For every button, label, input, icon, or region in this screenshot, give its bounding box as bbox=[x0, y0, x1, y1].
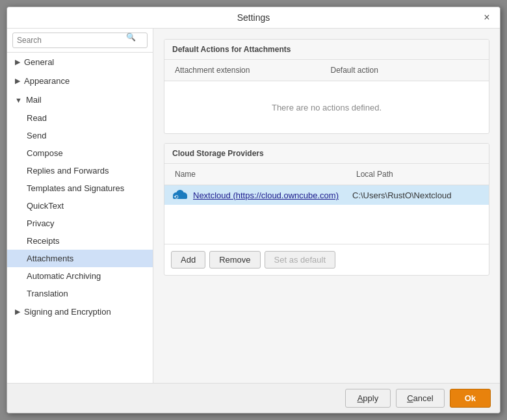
cloud-table-header: Name Local Path bbox=[164, 164, 489, 185]
sidebar-item-appearance[interactable]: ▶ Appearance bbox=[7, 72, 153, 90]
chevron-right-icon: ▶ bbox=[15, 58, 20, 66]
sidebar-item-compose-label: Compose bbox=[27, 148, 63, 158]
sidebar-item-translation-label: Translation bbox=[27, 289, 68, 298]
ok-button[interactable]: Ok bbox=[450, 389, 491, 408]
cloud-section-title: Cloud Storage Providers bbox=[164, 144, 489, 164]
cloud-provider-icon: ⟲ bbox=[171, 189, 189, 202]
sidebar-item-automatic-archiving-label: Automatic Archiving bbox=[27, 271, 101, 281]
cloud-buttons: Add Remove Set as default bbox=[164, 244, 489, 275]
sidebar-item-quicktext-label: QuickText bbox=[27, 201, 64, 211]
cloud-provider-local-path: C:\Users\RustO\Nextcloud bbox=[352, 190, 482, 200]
sidebar-item-general-label: General bbox=[24, 57, 54, 67]
sidebar-item-compose[interactable]: Compose bbox=[7, 144, 153, 162]
dialog-footer: Apply Cancel Ok bbox=[7, 383, 500, 413]
sidebar-item-templates-signatures-label: Templates and Signatures bbox=[27, 183, 124, 193]
sidebar-item-send-label: Send bbox=[27, 131, 46, 140]
sidebar-item-templates-signatures[interactable]: Templates and Signatures bbox=[7, 179, 153, 197]
close-button[interactable]: × bbox=[480, 11, 493, 24]
sidebar-item-automatic-archiving[interactable]: Automatic Archiving bbox=[7, 267, 153, 285]
chevron-right-icon: ▶ bbox=[15, 77, 20, 85]
set-as-default-button[interactable]: Set as default bbox=[265, 251, 336, 269]
sidebar-item-read-label: Read bbox=[27, 113, 47, 123]
settings-dialog: Settings × 🔍 ▶ General ▶ Appearance bbox=[6, 7, 500, 413]
sidebar-item-signing-encryption[interactable]: ▶ Signing and Encryption bbox=[7, 302, 153, 321]
main-content: Default Actions for Attachments Attachme… bbox=[153, 29, 500, 383]
sidebar-item-replies-forwards[interactable]: Replies and Forwards bbox=[7, 162, 153, 179]
sidebar-item-privacy[interactable]: Privacy bbox=[7, 215, 153, 232]
sidebar: 🔍 ▶ General ▶ Appearance ▼ Mail Read bbox=[7, 29, 153, 383]
search-wrapper: 🔍 bbox=[12, 33, 148, 48]
add-button[interactable]: Add bbox=[171, 251, 205, 269]
default-action-col-header: Default action bbox=[327, 63, 483, 77]
sidebar-item-attachments-label: Attachments bbox=[27, 254, 73, 263]
sidebar-item-translation[interactable]: Translation bbox=[7, 285, 153, 302]
cloud-table-empty-space bbox=[164, 205, 489, 244]
sidebar-item-send[interactable]: Send bbox=[7, 127, 153, 144]
sidebar-item-signing-encryption-label: Signing and Encryption bbox=[24, 307, 111, 317]
attachments-section: Default Actions for Attachments Attachme… bbox=[164, 39, 489, 134]
sidebar-item-quicktext[interactable]: QuickText bbox=[7, 197, 153, 215]
sidebar-item-appearance-label: Appearance bbox=[24, 76, 70, 86]
apply-label: Apply bbox=[358, 393, 379, 403]
sidebar-item-attachments[interactable]: Attachments bbox=[7, 250, 153, 267]
sidebar-item-receipts-label: Receipts bbox=[27, 236, 60, 246]
svg-text:⟲: ⟲ bbox=[174, 194, 179, 200]
remove-button[interactable]: Remove bbox=[209, 251, 260, 269]
cloud-provider-row[interactable]: ⟲ Nextcloud (https://cloud.owncube.com) … bbox=[164, 185, 489, 205]
sidebar-item-mail[interactable]: ▼ Mail bbox=[7, 90, 153, 109]
sidebar-item-privacy-label: Privacy bbox=[27, 218, 55, 228]
name-col-header: Name bbox=[171, 167, 352, 181]
cancel-label: Cancel bbox=[407, 393, 433, 403]
sidebar-item-read[interactable]: Read bbox=[7, 109, 153, 127]
attachments-empty-message: There are no actions defined. bbox=[164, 81, 489, 133]
sidebar-item-replies-forwards-label: Replies and Forwards bbox=[27, 166, 109, 176]
attachments-table-header: Attachment extension Default action bbox=[164, 60, 489, 81]
cloud-provider-name: Nextcloud (https://cloud.owncube.com) bbox=[193, 190, 352, 200]
chevron-down-icon: ▼ bbox=[15, 96, 22, 104]
sidebar-item-mail-label: Mail bbox=[26, 95, 42, 105]
attachment-ext-col-header: Attachment extension bbox=[171, 63, 327, 77]
title-bar: Settings × bbox=[7, 7, 500, 29]
apply-button[interactable]: Apply bbox=[345, 389, 391, 408]
chevron-right-icon: ▶ bbox=[15, 308, 20, 316]
dialog-body: 🔍 ▶ General ▶ Appearance ▼ Mail Read bbox=[7, 29, 500, 383]
cancel-button[interactable]: Cancel bbox=[396, 389, 444, 408]
search-input[interactable] bbox=[12, 33, 148, 48]
cloud-section: Cloud Storage Providers Name Local Path bbox=[164, 143, 489, 276]
sidebar-item-receipts[interactable]: Receipts bbox=[7, 232, 153, 250]
dialog-title: Settings bbox=[237, 12, 270, 23]
attachments-section-title: Default Actions for Attachments bbox=[164, 40, 489, 60]
search-box: 🔍 bbox=[7, 29, 153, 53]
local-path-col-header: Local Path bbox=[352, 167, 482, 181]
sidebar-item-general[interactable]: ▶ General bbox=[7, 53, 153, 72]
